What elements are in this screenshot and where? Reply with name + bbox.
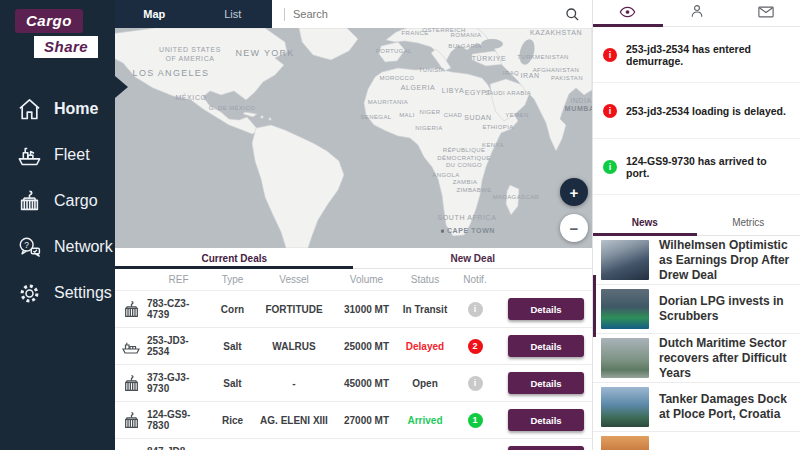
notification-item[interactable]: i 253-jd3-2534 has entered demurrage.	[593, 27, 800, 83]
tab-list[interactable]: List	[194, 0, 273, 28]
news-title: Dutch Maritime Sector recovers after Dif…	[659, 336, 792, 381]
tab-current-deals[interactable]: Current Deals	[115, 248, 354, 268]
news-title: Dorian LPG invests in Scrubbers	[659, 294, 792, 324]
right-panel-tabs	[593, 0, 800, 27]
col-type: Type	[210, 274, 255, 285]
tab-news[interactable]: News	[593, 210, 697, 235]
deal-status: Delayed	[400, 341, 450, 352]
search-bar	[272, 0, 592, 28]
map-zoom-out-button[interactable]: −	[560, 214, 588, 242]
news-title: Wilhelmsen Optimistic as Earnings Drop A…	[659, 238, 792, 283]
news-item[interactable]: Tanker Damages Dock at Ploce Port, Croat…	[593, 383, 800, 432]
notif-badge: i	[468, 376, 483, 391]
tab-metrics[interactable]: Metrics	[697, 210, 800, 235]
sidebar-item-settings[interactable]: Settings	[0, 270, 115, 316]
deal-ref: 783-CZ3-4739	[147, 298, 210, 320]
news-item[interactable]	[593, 432, 800, 450]
col-ref: REF	[147, 274, 210, 285]
svg-text:?: ?	[24, 239, 29, 249]
tab-contacts[interactable]	[662, 0, 731, 26]
deal-type: Rice	[210, 415, 255, 426]
tab-map[interactable]: Map	[115, 0, 194, 28]
deal-status: Arrived	[400, 415, 450, 426]
sidebar-collapse-arrow[interactable]	[115, 76, 128, 98]
tab-new-deal[interactable]: New Deal	[354, 248, 593, 268]
home-icon	[15, 95, 43, 123]
envelope-icon	[758, 4, 774, 22]
deal-ref: 253-JD3-2534	[147, 335, 210, 357]
deals-tabs: Current Deals New Deal	[115, 248, 592, 269]
brand-logo-share: Share	[34, 36, 98, 58]
container-crane-icon	[115, 411, 147, 430]
details-button[interactable]: Details	[508, 446, 584, 450]
sidebar-nav: Home Fleet Cargo ? Network	[0, 86, 115, 316]
notif-badge: 2	[468, 339, 483, 354]
container-crane-icon	[15, 187, 43, 215]
spacer	[593, 195, 800, 210]
tab-messages[interactable]	[731, 0, 800, 26]
sidebar-item-label: Cargo	[54, 192, 98, 210]
active-tab-underline	[593, 233, 697, 236]
deals-table-header: REF Type Vessel Volume Status Notif.	[115, 269, 592, 291]
notification-item[interactable]: i 253-jd3-2534 loading is delayed.	[593, 83, 800, 139]
details-button[interactable]: Details	[508, 298, 584, 320]
sidebar-item-label: Home	[54, 100, 98, 118]
sidebar-item-label: Fleet	[54, 146, 90, 164]
table-row: 373-GJ3-9730 Salt - 45000 MT Open i Deta…	[115, 365, 592, 402]
notif-badge: i	[468, 302, 483, 317]
sidebar: Cargo Share Home Fleet Cargo	[0, 0, 115, 450]
cargo-ship-icon	[115, 337, 147, 356]
gear-icon	[15, 279, 43, 307]
topbar: Map List	[115, 0, 592, 28]
deal-status: In Transit	[400, 304, 450, 315]
details-button[interactable]: Details	[508, 372, 584, 394]
sidebar-item-home[interactable]: Home	[0, 86, 115, 132]
notification-text: 253-jd3-2534 has entered demurrage.	[626, 43, 790, 67]
col-volume: Volume	[333, 274, 400, 285]
deal-ref: 124-GS9-7830	[147, 409, 210, 431]
main-area: Map List	[115, 0, 592, 450]
deal-type: Salt	[210, 378, 255, 389]
active-tab-underline	[593, 24, 663, 27]
brand-logo: Cargo Share	[0, 0, 115, 72]
brand-logo-cargo: Cargo	[15, 9, 83, 33]
sidebar-item-fleet[interactable]: Fleet	[0, 132, 115, 178]
right-panel: i 253-jd3-2534 has entered demurrage. i …	[592, 0, 800, 450]
deal-vessel: WALRUS	[255, 341, 333, 352]
notif-badge: 1	[468, 413, 483, 428]
table-row: 253-JD3-2534 Salt WALRUS 25000 MT Delaye…	[115, 328, 592, 365]
news-item[interactable]: Dutch Maritime Sector recovers after Dif…	[593, 334, 800, 383]
news-metrics-tabs: News Metrics	[593, 210, 800, 236]
notification-text: 253-jd3-2534 loading is delayed.	[626, 105, 786, 117]
sidebar-item-label: Settings	[54, 284, 112, 302]
search-input[interactable]	[293, 8, 557, 20]
search-icon[interactable]	[565, 7, 580, 22]
details-button[interactable]: Details	[508, 409, 584, 431]
news-scrollbar-thumb[interactable]	[593, 275, 596, 337]
deal-type: Corn	[210, 304, 255, 315]
success-icon: i	[603, 160, 617, 174]
active-tab-underline	[115, 266, 353, 269]
deal-vessel: -	[255, 378, 333, 389]
alert-icon: i	[603, 104, 617, 118]
deal-vessel: FORTITUDE	[255, 304, 333, 315]
notification-item[interactable]: i 124-GS9-9730 has arrived to port.	[593, 139, 800, 195]
news-item[interactable]: Dorian LPG invests in Scrubbers	[593, 285, 800, 334]
details-button[interactable]: Details	[508, 335, 584, 357]
sidebar-item-cargo[interactable]: Cargo	[0, 178, 115, 224]
map-zoom-in-button[interactable]: +	[560, 178, 588, 206]
news-thumbnail	[601, 338, 649, 378]
person-icon	[690, 4, 704, 22]
sidebar-item-network[interactable]: ? Network	[0, 224, 115, 270]
news-thumbnail	[601, 289, 649, 329]
sidebar-item-label: Network	[54, 238, 113, 256]
news-item[interactable]: Wilhelmsen Optimistic as Earnings Drop A…	[593, 236, 800, 285]
view-tabs: Map List	[115, 0, 272, 28]
alert-icon: i	[603, 48, 617, 62]
tab-watchlist[interactable]	[593, 0, 662, 26]
table-row: 847-JD8-2894 - CHANGO III 80000 MT Open …	[115, 439, 592, 450]
table-row: 124-GS9-7830 Rice AG. ELENI XIII 27000 M…	[115, 402, 592, 439]
deal-status: Open	[400, 378, 450, 389]
world-map[interactable]: UNITED STATES OF AMERICA LOS ANGELES NEW…	[115, 28, 592, 248]
container-crane-icon	[115, 300, 147, 319]
